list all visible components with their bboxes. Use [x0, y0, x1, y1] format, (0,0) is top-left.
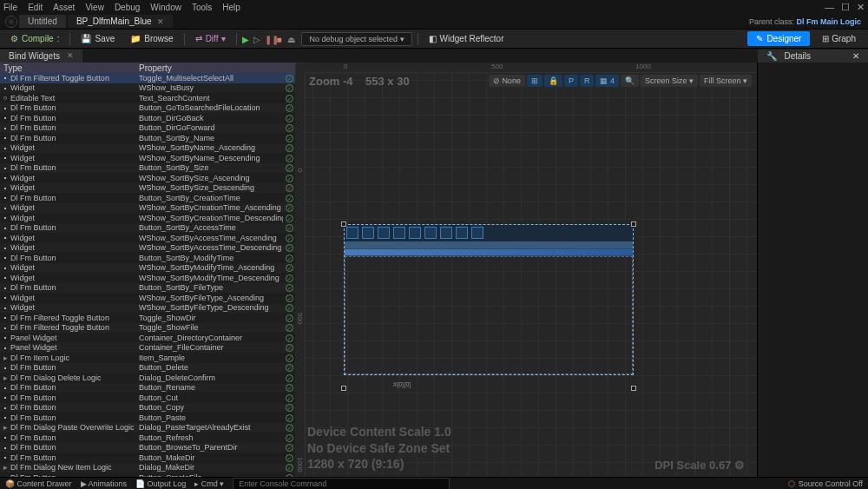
maximize-icon[interactable]: ☐ — [841, 2, 850, 13]
bind-row[interactable]: •Dl Fm Filtered Toggle ButtonToggle_Show… — [0, 323, 295, 334]
column-property[interactable]: Property — [139, 63, 295, 73]
widget-preview[interactable]: #{0}[0] — [344, 224, 634, 375]
bind-row[interactable]: •WidgetWShow_SortByName_Descending✓ — [0, 153, 295, 163]
menu-debug[interactable]: Debug — [115, 3, 140, 12]
source-control-button[interactable]: Source Control Off — [788, 479, 863, 488]
bind-row[interactable]: •Dl Fm ButtonButton_MakeDir✓ — [0, 453, 295, 463]
debug-object-dropdown[interactable]: No debug object selected ▾ — [301, 32, 411, 46]
play-icon[interactable]: ▶ — [242, 35, 251, 43]
lock-button[interactable]: 🔒 — [544, 75, 562, 87]
bind-row[interactable]: •WidgetWShow_SortByName_Ascending✓ — [0, 143, 295, 154]
widget-reflector-button[interactable]: ◧Widget Reflector — [424, 32, 510, 45]
bind-row[interactable]: •WidgetWShow_SortByAccessTime_Ascending✓ — [0, 233, 295, 243]
bind-row[interactable]: •WidgetWShow_SortByFileType_Descending✓ — [0, 303, 295, 314]
parent-class-link[interactable]: Dl Fm Main Logic — [796, 17, 861, 26]
bind-row[interactable]: •Dl Fm ButtonButton_GoToSearchedFileLoca… — [0, 103, 295, 114]
bind-row[interactable]: •Dl Fm ButtonButton_SortBy_FileType✓ — [0, 283, 295, 294]
resize-handle[interactable] — [341, 221, 346, 227]
bind-row[interactable]: ▸Dl Fm Dialog Paste Overwrite LogicDialo… — [0, 423, 295, 433]
bind-row[interactable]: •WidgetWShow_SortByCreationTime_Descendi… — [0, 213, 295, 223]
close-tab-icon[interactable]: ✕ — [852, 51, 859, 61]
menu-view[interactable]: View — [85, 3, 104, 12]
close-tab-icon[interactable]: ✕ — [67, 51, 74, 60]
menu-help[interactable]: Help — [222, 3, 240, 12]
bind-row[interactable]: •WidgetWShow_IsBusy✓ — [0, 83, 295, 94]
bind-row[interactable]: •Dl Fm ButtonButton_Delete✓ — [0, 363, 295, 373]
graph-mode-button[interactable]: ⊞ Graph — [815, 31, 863, 46]
designer-viewport[interactable]: 0 500 1000 1500 0 500 1000 Zoom -4 553 x… — [295, 63, 757, 477]
bind-row[interactable]: •Dl Fm ButtonButton_BrowseTo_ParentDir✓ — [0, 443, 295, 453]
bind-row[interactable]: •Dl Fm ButtonButton_DirGoForward✓ — [0, 123, 295, 134]
tab-untitled[interactable]: Untitled — [19, 15, 66, 28]
bind-row[interactable]: •WidgetWShow_SortByFileType_Ascending✓ — [0, 293, 295, 303]
browse-button[interactable]: 📁Browse — [125, 32, 178, 45]
menu-tools[interactable]: Tools — [192, 3, 212, 12]
tab-details[interactable]: 🔧Details✕ — [758, 50, 868, 63]
expand-icon[interactable]: ▸ — [0, 354, 10, 362]
compile-button[interactable]: ⚙Compile : — [5, 32, 64, 45]
close-icon[interactable]: ✕ — [857, 2, 865, 13]
designer-mode-button[interactable]: ✎Designer — [747, 31, 810, 46]
eject-icon[interactable]: ⏏ — [287, 35, 296, 43]
minimize-icon[interactable]: — — [825, 2, 834, 13]
menu-edit[interactable]: Edit — [28, 3, 43, 12]
bind-row[interactable]: •Dl Fm ButtonButton_Paste✓ — [0, 413, 295, 423]
bind-row[interactable]: •WidgetWShow_SortByModifyTime_Ascending✓ — [0, 263, 295, 274]
screen-size-dropdown[interactable]: Screen Size ▾ — [641, 75, 698, 87]
anchor-button[interactable]: ⊞ — [527, 75, 542, 87]
cmd-label[interactable]: ▸ Cmd ▾ — [194, 479, 224, 488]
bind-row[interactable]: •Panel WidgetContainer_FileContainer✓ — [0, 343, 295, 354]
expand-icon[interactable]: ▸ — [0, 423, 10, 432]
r-button[interactable]: R — [580, 75, 595, 87]
bind-row[interactable]: •Dl Fm ButtonButton_Rename✓ — [0, 383, 295, 393]
content-drawer-button[interactable]: 📦 Content Drawer — [5, 479, 72, 488]
tab-blueprint[interactable]: BP_DlfmMain_Blue✕ — [68, 15, 173, 28]
bind-row[interactable]: ▸Dl Fm Dialog Delete LogicDialog_DeleteC… — [0, 373, 295, 383]
expand-icon[interactable]: ▸ — [0, 463, 10, 472]
bind-row[interactable]: •WidgetWShow_SortByAccessTime_Descending… — [0, 243, 295, 254]
bind-row[interactable]: •Dl Fm ButtonButton_SortBy_CreationTime✓ — [0, 193, 295, 203]
bind-row[interactable]: •Dl Fm ButtonButton_Refresh✓ — [0, 433, 295, 443]
bind-row[interactable]: •Dl Fm ButtonButton_CreateFile✓ — [0, 472, 295, 477]
bind-row[interactable]: ▸Dl Fm Dialog New Item LogicDialog_MakeD… — [0, 463, 295, 473]
step-icon[interactable]: ▷ — [253, 35, 262, 43]
bind-row[interactable]: •Dl Fm ButtonButton_SortBy_AccessTime✓ — [0, 223, 295, 234]
menu-file[interactable]: File — [3, 3, 17, 12]
bind-row[interactable]: •Dl Fm Filtered Toggle ButtonToggle_Mult… — [0, 73, 295, 83]
bind-row[interactable]: ▸Dl Fm Item LogicItem_Sample✓ — [0, 353, 295, 363]
bind-row[interactable]: •WidgetWShow_SortByCreationTime_Ascendin… — [0, 203, 295, 214]
bind-row[interactable]: •Dl Fm Filtered Toggle ButtonToggle_Show… — [0, 313, 295, 323]
animations-button[interactable]: ▶ Animations — [81, 479, 128, 488]
tab-bind-widgets[interactable]: Bind Widgets✕ — [0, 50, 82, 63]
menu-window[interactable]: Window — [150, 3, 181, 12]
bind-row[interactable]: •Dl Fm ButtonButton_Cut✓ — [0, 393, 295, 403]
bind-row[interactable]: •Dl Fm ButtonButton_Copy✓ — [0, 403, 295, 413]
output-log-button[interactable]: 📄 Output Log — [135, 479, 186, 488]
bind-row[interactable]: •Dl Fm ButtonButton_SortBy_Name✓ — [0, 133, 295, 143]
bind-row[interactable]: •WidgetWShow_SortByModifyTime_Descending… — [0, 273, 295, 283]
bind-row[interactable]: •WidgetWShow_SortBySize_Descending✓ — [0, 183, 295, 194]
bind-row[interactable]: •Dl Fm ButtonButton_SortBy_ModifyTime✓ — [0, 253, 295, 263]
save-button[interactable]: 💾Save — [76, 32, 120, 45]
console-input[interactable] — [233, 478, 450, 490]
gear-icon[interactable]: ⚙ — [734, 459, 745, 472]
bind-row[interactable]: •Panel WidgetContainer_DirectoryContaine… — [0, 333, 295, 343]
none-button[interactable]: ⊘ None — [489, 75, 525, 87]
stop-icon[interactable]: ■ — [276, 35, 285, 43]
fill-screen-dropdown[interactable]: Fill Screen ▾ — [700, 75, 752, 87]
bind-list[interactable]: •Dl Fm Filtered Toggle ButtonToggle_Mult… — [0, 73, 295, 477]
bind-row[interactable]: •Dl Fm ButtonButton_DirGoBack✓ — [0, 113, 295, 123]
p-button[interactable]: P — [564, 75, 578, 87]
pause-icon[interactable]: ❚❚ — [265, 35, 273, 43]
resize-handle[interactable] — [341, 386, 346, 391]
grid-button[interactable]: ▦ 4 — [595, 75, 619, 87]
zoom-button[interactable]: 🔍 — [621, 75, 639, 87]
bind-row[interactable]: •WidgetWShow_SortBySize_Ascending✓ — [0, 173, 295, 183]
resize-handle[interactable] — [631, 386, 636, 391]
resize-handle[interactable] — [631, 221, 636, 227]
bind-row[interactable]: ○Editable TextText_SearchContent✓ — [0, 93, 295, 103]
expand-icon[interactable]: ▸ — [0, 373, 10, 382]
menu-asset[interactable]: Asset — [53, 3, 75, 12]
column-type[interactable]: Type — [0, 63, 139, 73]
close-tab-icon[interactable]: ✕ — [157, 17, 164, 26]
